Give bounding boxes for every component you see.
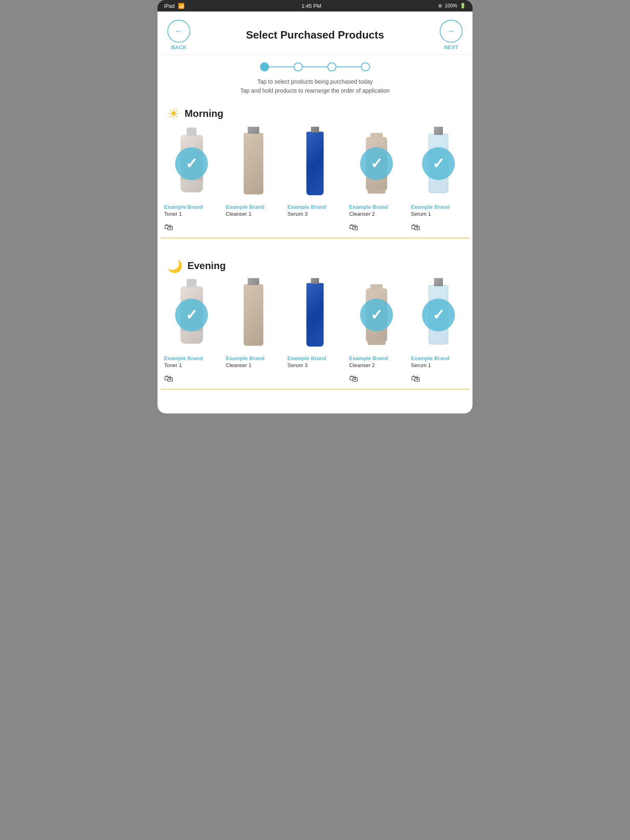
evening-product-2-brand: Example Brand (226, 355, 265, 361)
evening-product-1[interactable]: ✓ Example Brand Toner 1 🛍 (161, 278, 222, 390)
evening-product-5-bag[interactable]: 🛍 (411, 373, 420, 384)
back-label: BACK (171, 44, 187, 50)
device-name: iPad (164, 3, 175, 9)
morning-section-header: ☀ Morning (158, 97, 472, 127)
evening-product-4-bag[interactable]: 🛍 (349, 373, 358, 384)
morning-product-1-name: Toner 1 (164, 211, 182, 217)
evening-product-4-check: ✓ (360, 299, 393, 331)
serum-bottle-1 (306, 132, 324, 195)
progress-bar (158, 55, 472, 74)
instruction-line1: Tap to select products being purchased t… (167, 77, 463, 86)
morning-product-4-image: ✓ (349, 127, 404, 201)
evening-product-4-brand: Example Brand (349, 355, 388, 361)
evening-product-3-image: ✓ (288, 278, 342, 352)
status-time: 1:45 PM (301, 3, 321, 9)
progress-dot-2 (294, 62, 303, 71)
morning-product-5-check: ✓ (422, 147, 455, 180)
app-container: ← BACK Select Purchased Products → NEXT … (158, 11, 472, 413)
instruction-line2: Tap and hold products to rearrange the o… (167, 86, 463, 95)
battery-level: 100% (445, 3, 457, 9)
evening-product-1-name: Toner 1 (164, 362, 182, 368)
sun-icon: ☀ (167, 105, 180, 122)
progress-line-2 (303, 66, 327, 67)
morning-product-1-image: ✓ (164, 127, 219, 201)
progress-dot-1 (260, 62, 269, 71)
next-label: NEXT (444, 44, 459, 50)
serum-bottle-ev-1 (306, 283, 324, 347)
page-title: Select Purchased Products (190, 29, 440, 41)
moon-icon: 🌙 (167, 259, 183, 273)
evening-product-2-image: ✓ (226, 278, 281, 352)
evening-section-header: 🌙 Evening (158, 251, 472, 278)
evening-product-5-check: ✓ (422, 299, 455, 331)
morning-product-5-image: ✓ (411, 127, 466, 201)
bottom-padding (158, 390, 472, 406)
evening-product-1-image: ✓ (164, 278, 219, 352)
section-divider (158, 238, 472, 251)
morning-product-1-bag[interactable]: 🛍 (164, 222, 173, 233)
progress-line-3 (336, 66, 361, 67)
evening-product-5-brand: Example Brand (411, 355, 450, 361)
evening-product-5[interactable]: ✓ Example Brand Serum 1 🛍 (408, 278, 469, 390)
morning-product-3-name: Serum 3 (288, 211, 308, 217)
evening-product-3[interactable]: ✓ Example Brand Serum 3 🛍 (284, 278, 346, 390)
status-bar: iPad 📶 1:45 PM ⊛ 100% 🔋 (158, 0, 472, 11)
progress-line-1 (269, 66, 294, 67)
morning-product-2[interactable]: ✓ Example Brand Cleanser 1 🛍 (222, 127, 284, 238)
evening-product-1-brand: Example Brand (164, 355, 203, 361)
morning-product-3-brand: Example Brand (288, 204, 326, 210)
header: ← BACK Select Purchased Products → NEXT (158, 11, 472, 55)
evening-product-2[interactable]: ✓ Example Brand Cleanser 1 🛍 (222, 278, 284, 390)
morning-product-4-name: Cleanser 2 (349, 211, 375, 217)
evening-product-2-name: Cleanser 1 (226, 362, 251, 368)
back-nav: ← BACK (167, 20, 190, 50)
next-nav: → NEXT (440, 20, 463, 50)
foundation-bottle-1 (244, 133, 263, 194)
evening-product-5-name: Serum 1 (411, 362, 431, 368)
evening-product-4-image: ✓ (349, 278, 404, 352)
morning-product-4-bag[interactable]: 🛍 (349, 222, 358, 233)
next-button[interactable]: → (440, 20, 463, 43)
progress-dot-3 (327, 62, 336, 71)
progress-dot-4 (361, 62, 370, 71)
morning-product-2-name: Cleanser 1 (226, 211, 251, 217)
morning-product-1[interactable]: ✓ Example Brand Toner 1 🛍 (161, 127, 222, 238)
header-center: Select Purchased Products (190, 29, 440, 41)
morning-product-5-name: Serum 1 (411, 211, 431, 217)
evening-product-1-check: ✓ (175, 299, 208, 331)
morning-product-4-check: ✓ (360, 147, 393, 180)
status-right: ⊛ 100% 🔋 (438, 3, 466, 9)
foundation-bottle-ev-1 (244, 284, 263, 346)
evening-product-3-name: Serum 3 (288, 362, 308, 368)
evening-product-3-brand: Example Brand (288, 355, 326, 361)
morning-product-5-brand: Example Brand (411, 204, 450, 210)
morning-product-4[interactable]: ✓ Example Brand Cleanser 2 🛍 (346, 127, 407, 238)
morning-product-3[interactable]: ✓ Example Brand Serum 3 🛍 (284, 127, 346, 238)
morning-product-4-brand: Example Brand (349, 204, 388, 210)
bluetooth-icon: ⊛ (438, 3, 442, 9)
device-frame: iPad 📶 1:45 PM ⊛ 100% 🔋 ← BACK Select Pu… (158, 0, 472, 413)
evening-product-4[interactable]: ✓ Example Brand Cleanser 2 🛍 (346, 278, 407, 390)
morning-product-5-bag[interactable]: 🛍 (411, 222, 420, 233)
evening-product-1-bag[interactable]: 🛍 (164, 373, 173, 384)
morning-product-5[interactable]: ✓ Example Brand Serum 1 🛍 (408, 127, 469, 238)
morning-product-1-brand: Example Brand (164, 204, 203, 210)
status-left: iPad 📶 (164, 3, 185, 9)
evening-title: Evening (187, 260, 226, 272)
back-button[interactable]: ← (167, 20, 190, 43)
evening-product-5-image: ✓ (411, 278, 466, 352)
morning-title: Morning (185, 108, 224, 119)
wifi-icon: 📶 (178, 3, 185, 9)
evening-products-grid: ✓ Example Brand Toner 1 🛍 ✓ Example Bran… (158, 278, 472, 390)
morning-product-1-check: ✓ (175, 147, 208, 180)
morning-products-grid: ✓ Example Brand Toner 1 🛍 ✓ Example Bran… (158, 127, 472, 238)
morning-product-3-image: ✓ (288, 127, 342, 201)
battery-icon: 🔋 (460, 3, 466, 9)
instructions: Tap to select products being purchased t… (158, 74, 472, 97)
morning-product-2-brand: Example Brand (226, 204, 265, 210)
evening-product-4-name: Cleanser 2 (349, 362, 375, 368)
morning-product-2-image: ✓ (226, 127, 281, 201)
